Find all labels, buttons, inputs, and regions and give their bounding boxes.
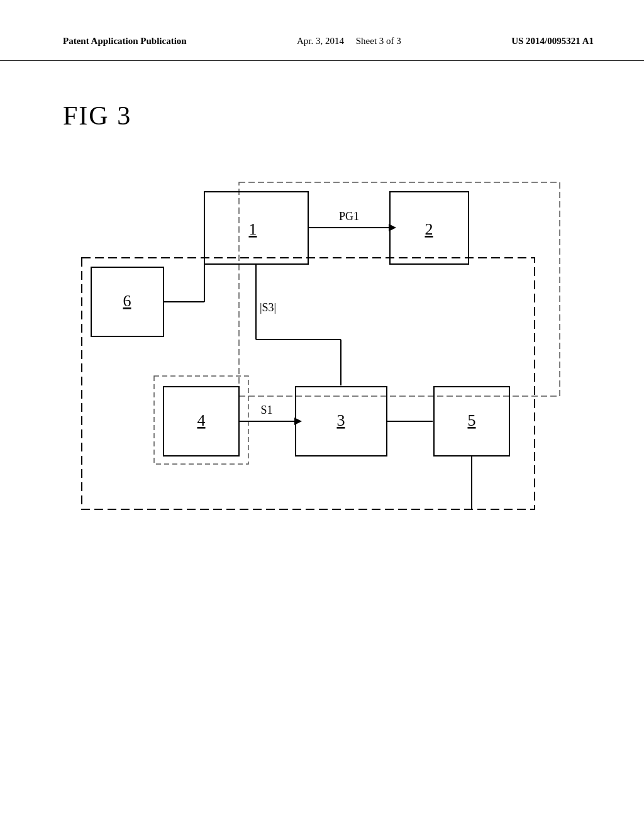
svg-text:PG1: PG1 <box>339 210 359 223</box>
header-center: Apr. 3, 2014 Sheet 3 of 3 <box>297 35 401 48</box>
page: Patent Application Publication Apr. 3, 2… <box>0 0 644 830</box>
header: Patent Application Publication Apr. 3, 2… <box>0 0 644 61</box>
svg-text:3: 3 <box>337 411 345 429</box>
svg-text:4: 4 <box>197 411 206 429</box>
diagram-svg: 1 2 6 4 3 5 PG1 <box>63 176 579 528</box>
svg-text:6: 6 <box>123 292 131 310</box>
sheet-info: Sheet 3 of 3 <box>356 36 401 46</box>
svg-marker-16 <box>389 224 396 231</box>
svg-rect-0 <box>82 258 535 509</box>
svg-text:1: 1 <box>249 220 257 238</box>
patent-number: US 2014/0095321 A1 <box>511 35 594 48</box>
svg-text:5: 5 <box>468 411 476 429</box>
publication-date: Apr. 3, 2014 <box>297 36 344 46</box>
svg-text:2: 2 <box>425 220 433 238</box>
svg-rect-1 <box>239 182 560 396</box>
figure-title: FIG 3 <box>63 101 131 131</box>
publication-label: Patent Application Publication <box>63 35 187 48</box>
diagram-container: 1 2 6 4 3 5 PG1 <box>63 176 579 528</box>
svg-marker-23 <box>294 418 302 425</box>
svg-text:S1: S1 <box>260 404 272 416</box>
svg-text:|S3|: |S3| <box>260 301 276 314</box>
